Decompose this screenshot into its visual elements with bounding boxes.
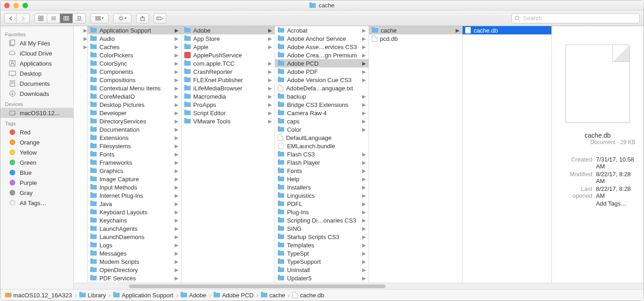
list-item[interactable]: Desktop Pictures▶ [88,100,181,109]
sidebar-item[interactable]: Downloads [0,89,73,99]
path-segment[interactable]: Application Support [113,292,173,299]
search-field[interactable] [512,13,640,23]
icon-view-button[interactable] [34,13,47,23]
sidebar-item[interactable]: Orange [0,137,73,147]
path-segment[interactable]: Adobe [181,292,206,299]
list-item[interactable]: Macromedia▶ [182,92,275,100]
list-item[interactable]: Adobe Asse…ervices CS3▶ [275,43,369,51]
action-button[interactable]: ▾ [113,13,132,23]
list-item[interactable]: Help▶ [275,175,369,183]
list-item[interactable]: Audio▶ [88,34,181,43]
list-item[interactable]: Fonts▶ [88,150,181,158]
column-view-button[interactable] [60,13,73,23]
list-item[interactable]: TypeSpt▶ [275,249,369,257]
tags-button[interactable] [154,13,166,23]
list-item[interactable]: Logs▶ [88,241,181,249]
list-item[interactable]: Flash CS3▶ [275,150,369,158]
list-item[interactable]: Contextual Menu Items▶ [88,84,181,92]
list-item[interactable]: Flash Player▶ [275,158,369,167]
list-item[interactable]: Linguistics▶ [275,191,369,200]
list-item[interactable]: Apple▶ [182,43,275,51]
list-item[interactable]: ColorPickers▶ [88,51,181,59]
list-item[interactable]: Script Editor▶ [182,109,275,117]
sidebar-item[interactable]: All My Files [0,38,73,48]
sidebar-item[interactable]: Purple [0,178,73,188]
list-item[interactable]: Updater5▶ [275,274,369,282]
sidebar-item[interactable]: Blue [0,167,73,178]
list-item[interactable]: Messages▶ [88,249,181,257]
list-item[interactable]: backup▶ [275,92,369,100]
sidebar-item[interactable]: Green [0,157,73,167]
list-item[interactable]: AdobeDefa…anguage.txt [275,84,369,92]
forward-button[interactable] [17,13,30,23]
column-chevron[interactable]: ▶ [74,34,87,43]
sidebar-item[interactable]: Documents [0,78,73,89]
list-item[interactable]: Image Capture▶ [88,175,181,183]
list-item[interactable]: ApplePushService [182,51,275,59]
coverflow-view-button[interactable] [73,13,86,23]
sidebar-item[interactable]: AApplications [0,58,73,68]
list-item[interactable]: PDF Services▶ [88,274,181,282]
list-item[interactable]: Internet Plug-Ins▶ [88,191,181,200]
list-item[interactable]: Camera Raw 4▶ [275,109,369,117]
list-item[interactable]: Acrobat▶ [275,26,369,34]
list-item[interactable]: ProApps▶ [182,100,275,109]
list-item[interactable]: pcd.db [369,34,462,43]
column-chevron[interactable]: ▶ [74,43,87,51]
minimize-window-button[interactable] [13,3,19,8]
list-item[interactable]: Adobe PCD▶ [275,59,369,67]
list-item[interactable]: OpenDirectory▶ [88,266,181,274]
list-item[interactable]: TypeSupport▶ [275,257,369,266]
sidebar-item[interactable]: Desktop [0,68,73,78]
search-input[interactable] [523,15,637,22]
list-item[interactable]: Application Support▶ [88,26,181,34]
list-item[interactable]: Graphics▶ [88,167,181,175]
list-item[interactable]: Extensions▶ [88,134,181,142]
path-segment[interactable]: Adobe PCD [214,292,253,299]
list-item[interactable]: Java▶ [88,200,181,208]
back-button[interactable] [4,13,17,23]
arrange-button[interactable]: ▾ [90,13,109,23]
sidebar-item[interactable]: Yellow [0,147,73,157]
list-item[interactable]: Templates▶ [275,241,369,249]
sidebar-item[interactable]: iCloud Drive [0,48,73,58]
horizontal-scrollbar[interactable] [74,283,644,289]
list-item[interactable]: Installers▶ [275,183,369,191]
list-item[interactable]: SING▶ [275,224,369,233]
list-view-button[interactable] [47,13,60,23]
list-item[interactable]: Uninstall▶ [275,266,369,274]
list-item[interactable]: Documentation▶ [88,125,181,134]
list-item[interactable]: EMLaunch.bundle [275,142,369,150]
list-item[interactable]: caps▶ [275,117,369,125]
list-item[interactable]: Fonts▶ [275,167,369,175]
list-item[interactable]: PDFL▶ [275,200,369,208]
list-item[interactable]: cache.db [462,26,551,34]
list-item[interactable]: Components▶ [88,67,181,76]
list-item[interactable]: com.apple.TCC▶ [182,59,275,67]
sidebar-item[interactable]: Red [0,127,73,137]
path-segment[interactable]: cache [261,292,285,299]
list-item[interactable]: Bridge CS3 Extensions▶ [275,100,369,109]
list-item[interactable]: Adobe▶ [182,26,275,34]
path-segment[interactable]: Library [79,292,106,299]
list-item[interactable]: FLEXnet Publisher▶ [182,76,275,84]
sidebar-item[interactable]: macOS10.12... [0,108,73,118]
list-item[interactable]: DirectoryServices▶ [88,117,181,125]
list-item[interactable]: Filesystems▶ [88,142,181,150]
list-item[interactable]: Adobe Anchor Service▶ [275,34,369,43]
zoom-window-button[interactable] [22,3,28,8]
sidebar-item[interactable]: All Tags… [0,198,73,208]
list-item[interactable]: Keychains▶ [88,216,181,224]
path-segment[interactable]: macOS10.12_16A323 [5,292,72,299]
list-item[interactable]: Caches▶ [88,43,181,51]
list-item[interactable]: iLifeMediaBrowser▶ [182,84,275,92]
list-item[interactable]: Scripting Di…onaries CS3▶ [275,216,369,224]
list-item[interactable]: LaunchDaemons▶ [88,233,181,241]
list-item[interactable]: CoreMediaIO▶ [88,92,181,100]
list-item[interactable]: App Store▶ [182,34,275,43]
share-button[interactable] [136,13,149,23]
list-item[interactable]: Developer▶ [88,109,181,117]
list-item[interactable]: Adobe Crea…gn Premium▶ [275,51,369,59]
list-item[interactable]: Input Methods▶ [88,183,181,191]
list-item[interactable]: Adobe PDF▶ [275,67,369,76]
